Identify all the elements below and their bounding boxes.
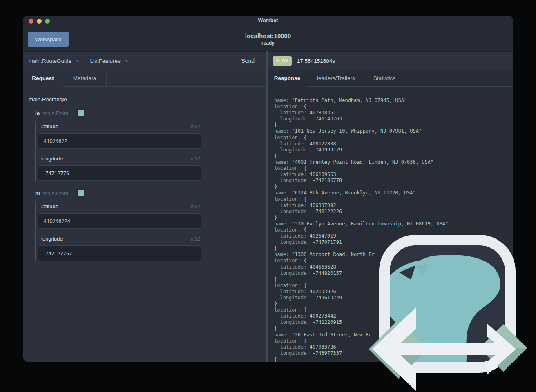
field-row-lo: lo main.Point xyxy=(35,109,85,118)
field-label: latitude xyxy=(41,203,58,209)
call-duration: 17.554151684s xyxy=(297,58,335,64)
status-badge: 0: OK xyxy=(273,56,292,66)
field-label-row: latitude int32 xyxy=(38,123,201,129)
wombat-logo xyxy=(365,230,536,392)
lo-point-group: latitude int32 longitude int32 xyxy=(35,121,201,181)
tab-filler xyxy=(407,70,513,87)
message-type-label: main.Rectangle xyxy=(29,96,67,102)
field-type: main.Point xyxy=(43,110,68,116)
tab-metadata[interactable]: Metadata xyxy=(63,70,107,87)
field-label-row: longitude int32 xyxy=(38,156,201,162)
response-tabs: Response Headers/Trailers Statistics xyxy=(268,70,513,87)
lo-latitude-input[interactable] xyxy=(38,133,201,149)
pane-divider[interactable] xyxy=(266,51,268,362)
hi-point-group: latitude int32 longitude int32 xyxy=(35,201,201,261)
service-select[interactable]: main.RouteGuide xyxy=(29,58,71,64)
request-form-pane: main.Rectangle lo main.Point latitude in… xyxy=(23,87,268,362)
field-name: lo xyxy=(35,110,40,116)
field-name: hi xyxy=(35,190,40,196)
chevron-down-icon[interactable]: ▾ xyxy=(125,58,128,64)
tab-headers-trailers[interactable]: Headers/Trailers xyxy=(307,70,362,87)
field-label: longitude xyxy=(41,236,63,242)
tab-statistics[interactable]: Statistics xyxy=(362,70,407,87)
connection-status: localhost:10000 ready xyxy=(23,32,513,46)
lo-longitude-input[interactable] xyxy=(38,165,201,181)
tab-strip: Request Metadata Response Headers/Traile… xyxy=(23,70,513,87)
desktop: { "window": { "title": "Wombat" }, "head… xyxy=(0,0,536,392)
lo-checkbox[interactable] xyxy=(76,109,85,118)
request-toolbar: main.RouteGuide ▾ ListFeatures ▾ Send xyxy=(23,52,268,70)
scalar-type-label: int32 xyxy=(190,156,200,162)
request-tabs: Request Metadata xyxy=(23,70,268,87)
scalar-type-label: int32 xyxy=(190,204,200,209)
field-label-row: longitude int32 xyxy=(38,236,201,242)
hi-longitude-input[interactable] xyxy=(38,245,201,261)
field-type: main.Point xyxy=(43,190,68,196)
connection-state: ready xyxy=(23,40,513,46)
window-header: Wombat Workspace localhost:10000 ready xyxy=(23,16,513,51)
scalar-type-label: int32 xyxy=(190,124,200,129)
hi-checkbox[interactable] xyxy=(76,189,85,198)
method-select[interactable]: ListFeatures xyxy=(90,58,121,64)
send-button[interactable]: Send xyxy=(241,58,255,64)
toolbar: main.RouteGuide ▾ ListFeatures ▾ Send 0:… xyxy=(23,51,513,70)
chevron-down-icon[interactable]: ▾ xyxy=(76,58,79,64)
response-toolbar: 0: OK 17.554151684s xyxy=(268,52,513,70)
field-row-hi: hi main.Point xyxy=(35,189,85,198)
hi-latitude-input[interactable] xyxy=(38,213,201,229)
window-title: Wombat xyxy=(23,18,513,23)
host-address: localhost:10000 xyxy=(23,32,513,39)
field-label-row: latitude int32 xyxy=(38,203,201,209)
field-label: latitude xyxy=(41,123,58,129)
scalar-type-label: int32 xyxy=(190,236,200,242)
tab-filler xyxy=(107,70,268,87)
field-label: longitude xyxy=(41,156,63,162)
tab-request[interactable]: Request xyxy=(23,70,63,87)
tab-response[interactable]: Response xyxy=(268,70,307,87)
